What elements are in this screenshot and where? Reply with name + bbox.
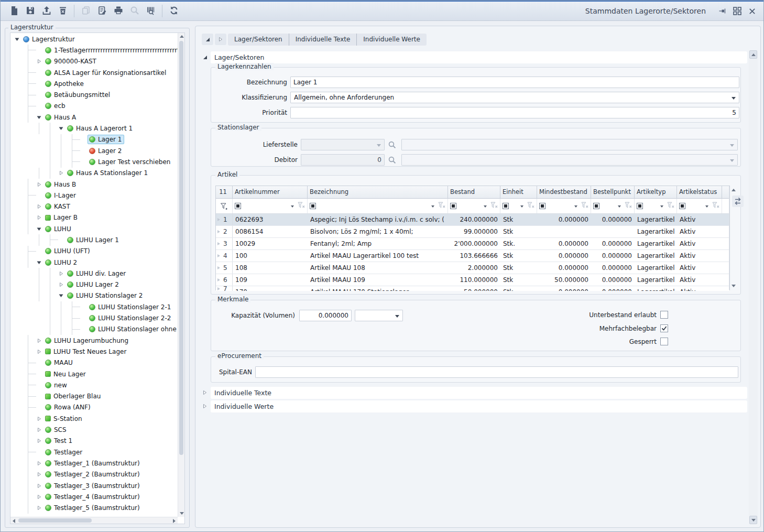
- clear-filter-icon[interactable]: [581, 202, 588, 210]
- scroll-down-icon[interactable]: [749, 516, 757, 524]
- section-collapse-icon[interactable]: [203, 54, 208, 59]
- tree-node[interactable]: LUHU Stationslager 2-2: [88, 313, 173, 323]
- tab-lager-sektoren[interactable]: Lager/Sektoren: [228, 34, 289, 46]
- tree-expand-icon[interactable]: [35, 504, 43, 513]
- tree-expand-icon[interactable]: [35, 180, 43, 189]
- table-row[interactable]: 20086154Bisolvon; Lös 2 mg/ml; 1 x 40ml;…: [216, 226, 729, 238]
- filter-edit-icon[interactable]: [637, 203, 643, 209]
- tree-expand-icon[interactable]: [57, 169, 66, 178]
- tree-node[interactable]: Haus A Lagerort 1: [66, 124, 135, 133]
- tree-node[interactable]: Apotheke: [43, 79, 86, 89]
- tree-node-selected[interactable]: Lager 1: [88, 135, 124, 144]
- tab-individuelle-werte[interactable]: Individuelle Werte: [356, 34, 427, 46]
- tree-node[interactable]: LUHU: [43, 224, 74, 234]
- tree-expand-icon[interactable]: [35, 414, 43, 423]
- tree-collapse-icon[interactable]: [35, 113, 43, 122]
- panel-vertical-scrollbar[interactable]: [749, 50, 758, 524]
- tree-node[interactable]: LUHU div. Lager: [66, 269, 128, 278]
- tree-node[interactable]: Testlager_4 (Baumstruktur): [43, 492, 143, 502]
- filter-dropdown-icon[interactable]: [660, 205, 663, 209]
- clear-filter-icon[interactable]: [712, 202, 719, 210]
- tree-expand-icon[interactable]: [35, 437, 43, 446]
- column-header-bestellpunkt[interactable]: Bestellpunkt: [591, 186, 635, 198]
- tree-node[interactable]: ALSA Lager für Konsignationsartikel: [43, 68, 169, 78]
- table-row-selected[interactable]: 10622693Aspegic; Inj Lös Stechamp i.v./i…: [216, 214, 729, 226]
- filter-edit-icon[interactable]: [450, 203, 456, 209]
- filter-edit-icon[interactable]: [310, 203, 316, 209]
- column-header-einheit[interactable]: Einheit: [500, 186, 537, 198]
- tree-node[interactable]: 900000-KAST: [43, 57, 99, 66]
- tree-node[interactable]: LUHU Lagerumbuchung: [43, 336, 131, 345]
- tree-node[interactable]: MAAU: [43, 358, 75, 367]
- table-row[interactable]: 7170Artikel MAAU 170 Stationslager50.000…: [216, 286, 729, 291]
- tree-node[interactable]: new: [43, 381, 70, 390]
- scroll-up-icon[interactable]: [730, 187, 737, 193]
- filter-cell-mindestbestand[interactable]: [537, 199, 591, 213]
- section-header-lager-sektoren[interactable]: Lager/Sektoren: [211, 51, 747, 63]
- save-button[interactable]: [22, 4, 38, 18]
- filter-cell-bezeichnung[interactable]: [308, 199, 448, 213]
- tree-expand-icon[interactable]: [35, 202, 43, 211]
- filter-edit-icon[interactable]: [539, 203, 545, 209]
- grid-vertical-scrollbar[interactable]: [729, 186, 729, 290]
- barcode-search-button[interactable]: [143, 4, 159, 18]
- filter-edit-icon[interactable]: [235, 203, 241, 209]
- tree-node[interactable]: Neu Lager: [43, 370, 89, 379]
- section-expand-icon[interactable]: [203, 403, 208, 408]
- kapazitaet-input[interactable]: [299, 310, 352, 321]
- tree-node[interactable]: S-Station: [43, 414, 85, 424]
- pin-icon[interactable]: [716, 5, 729, 17]
- tree-node[interactable]: Testlager_1 (Baumstruktur): [43, 459, 143, 468]
- spital-ean-input[interactable]: [255, 366, 738, 378]
- tree-collapse-icon[interactable]: [57, 124, 66, 133]
- tree-node[interactable]: LUHU Lager 1: [66, 235, 122, 245]
- checkbox-checked[interactable]: [660, 324, 668, 332]
- clear-filter-icon[interactable]: [667, 202, 674, 210]
- debitor-search-icon[interactable]: [386, 154, 398, 166]
- tree-collapse-icon[interactable]: [35, 258, 43, 267]
- print-button[interactable]: [110, 4, 126, 18]
- klassifizierung-select[interactable]: Allgemein, ohne Anforderungen: [290, 92, 739, 103]
- scroll-right-icon[interactable]: [171, 517, 178, 524]
- tree-expand-icon[interactable]: [35, 459, 43, 468]
- tree-node[interactable]: Testlager_3 (Baumstruktur): [43, 481, 143, 491]
- table-row[interactable]: 6109Artikel MAAU 109110.000000Stk50.0000…: [216, 274, 729, 286]
- filter-cell-artikelnummer[interactable]: [233, 199, 308, 213]
- prioritaet-input[interactable]: [290, 107, 739, 118]
- filter-edit-icon[interactable]: [593, 203, 599, 209]
- section-expand-icon[interactable]: [203, 389, 208, 395]
- clear-filter-icon[interactable]: [298, 202, 305, 210]
- collapse-all-button[interactable]: [202, 34, 213, 45]
- tree-vertical-scrollbar[interactable]: [178, 33, 184, 517]
- column-header-bezeichnung[interactable]: Bezeichnung: [308, 186, 448, 198]
- new-document-button[interactable]: [6, 4, 22, 18]
- tree-node[interactable]: LUHU 2: [43, 258, 80, 267]
- clear-filter-icon[interactable]: [438, 202, 445, 210]
- clear-filter-icon[interactable]: [625, 202, 632, 210]
- tree-node[interactable]: Rowa (ANF): [43, 403, 93, 412]
- tree-node[interactable]: Oberlager Blau: [43, 392, 103, 401]
- lieferstelle-search-icon[interactable]: [386, 139, 398, 150]
- refresh-button[interactable]: [166, 4, 182, 18]
- table-row[interactable]: 5108Artikel MAAU 1082.000000Stk0.0000000…: [216, 262, 729, 274]
- filter-cell-bestellpunkt[interactable]: [591, 199, 635, 213]
- delete-button[interactable]: [54, 4, 71, 18]
- tree-node[interactable]: LUHU Lager 2: [66, 280, 122, 289]
- tree-node[interactable]: Testlager_5 (Baumstruktur): [43, 503, 143, 513]
- tree-node[interactable]: Lager Test verschieben: [88, 157, 173, 167]
- tree-expand-icon[interactable]: [35, 347, 43, 356]
- tree-expand-icon[interactable]: [35, 213, 43, 222]
- edit-button[interactable]: [94, 4, 110, 18]
- filter-dropdown-icon[interactable]: [618, 205, 621, 209]
- tree-node[interactable]: Testlager_2 (Baumstruktur): [43, 470, 143, 479]
- column-header-artikelstatus[interactable]: Artikelstatus: [677, 186, 722, 198]
- tree-collapse-icon[interactable]: [57, 291, 66, 300]
- column-header-artikeltyp[interactable]: Artikeltyp: [635, 186, 677, 198]
- kapazitaet-unit-select[interactable]: [355, 310, 403, 321]
- tree-expand-icon[interactable]: [57, 269, 66, 278]
- clear-filter-icon[interactable]: [490, 202, 498, 210]
- tree-node[interactable]: Lager B: [43, 213, 80, 222]
- expand-all-button[interactable]: [215, 34, 226, 45]
- tree-node[interactable]: KAST: [43, 202, 73, 211]
- tree-node[interactable]: ecb: [43, 101, 68, 111]
